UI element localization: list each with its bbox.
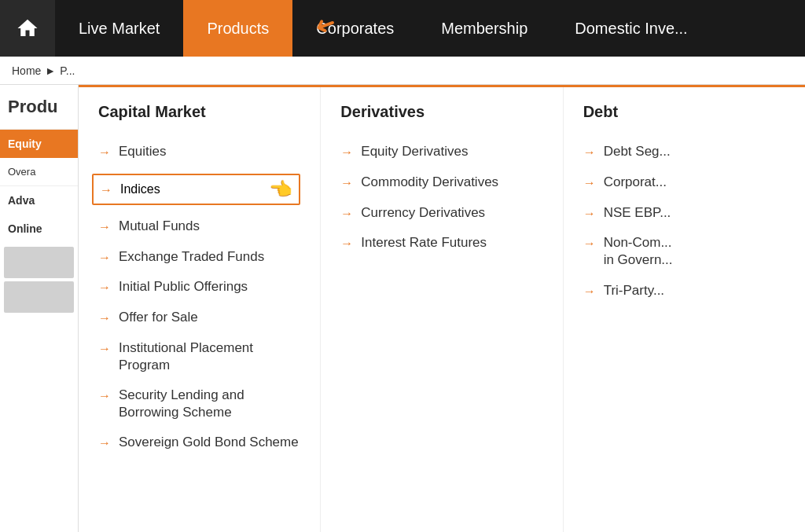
sidebar-online: Online [0,215,78,243]
arrow-icon: → [98,280,111,296]
arrow-icon: → [583,236,596,252]
arrow-icon: → [340,175,353,192]
arrow-icon: → [583,145,596,161]
menu-etf[interactable]: → Exchange Traded Funds [98,248,300,266]
breadcrumb-home[interactable]: Home [12,64,41,77]
menu-ipo[interactable]: → Initial Public Offerings [98,278,300,296]
dropdown-menu: Capital Market → Equities → Indices 👈 → … [79,85,805,532]
menu-interest-rate-futures[interactable]: → Interest Rate Futures [340,234,542,252]
sidebar-adva: Adva [0,186,78,215]
arrow-icon: → [98,145,111,161]
menu-currency-derivatives[interactable]: → Currency Derivatives [340,204,542,222]
nav-domestic-inve[interactable]: Domestic Inve... [551,0,711,57]
main-layout: Produ Equity Overa Adva Online Capital M… [0,85,805,532]
menu-sovereign-gold[interactable]: → Sovereign Gold Bond Scheme [98,434,300,452]
menu-commodity-derivatives[interactable]: → Commodity Derivatives [340,174,542,192]
derivatives-column: Derivatives → Equity Derivatives → Commo… [321,87,563,532]
sidebar-page-title: Produ [0,85,78,130]
breadcrumb-separator: ► [45,64,56,77]
breadcrumb-page: P... [60,64,75,77]
home-button[interactable] [0,0,55,57]
menu-equity-derivatives[interactable]: → Equity Derivatives [340,143,542,161]
arrow-icon: → [340,236,353,252]
debt-column: Debt → Debt Seg... → Corporat... → NSE E… [564,87,805,532]
arrow-icon: → [98,219,111,236]
arrow-icon: → [340,145,353,161]
menu-mutual-funds[interactable]: → Mutual Funds [98,218,300,236]
gray-block-2 [4,281,74,313]
menu-offer-for-sale[interactable]: → Offer for Sale [98,309,300,327]
nav-corporates[interactable]: Corporates [292,0,417,57]
arrow-icon: → [98,388,111,405]
nav-membership[interactable]: Membership [417,0,551,57]
arrow-icon: → [98,341,111,358]
arrow-icon: → [583,175,596,192]
arrow-icon: → [340,206,353,222]
menu-nse-ebp[interactable]: → NSE EBP... [583,204,785,222]
gray-block-1 [4,247,74,278]
left-sidebar: Produ Equity Overa Adva Online [0,85,79,532]
capital-market-header: Capital Market [98,103,300,127]
menu-corporate[interactable]: → Corporat... [583,174,785,192]
nav-live-market[interactable]: Live Market [55,0,183,57]
arrow-icon: → [98,250,111,266]
menu-non-com[interactable]: → Non-Com...in Govern... [583,234,785,269]
arrow-icon: → [100,183,112,197]
menu-institutional-placement[interactable]: → Institutional Placement Program [98,339,300,374]
arrow-icon: → [98,310,111,327]
menu-indices[interactable]: → Indices 👈 [92,174,300,205]
sidebar-gray-blocks [0,243,78,320]
thumbs-down-icon: 👈 [269,178,292,200]
nav-products[interactable]: Products ➜ [183,0,292,57]
arrow-icon: → [583,206,596,222]
menu-tri-party[interactable]: → Tri-Party... [583,282,785,300]
arrow-icon: → [583,284,596,300]
arrow-icon: → [98,435,111,452]
capital-market-column: Capital Market → Equities → Indices 👈 → … [79,87,321,532]
menu-equities[interactable]: → Equities [98,143,300,161]
menu-slbs[interactable]: → Security Lending and Borrowing Scheme [98,387,300,421]
debt-header: Debt [583,103,785,127]
sidebar-overa[interactable]: Overa [0,158,78,186]
menu-debt-seg[interactable]: → Debt Seg... [583,143,785,161]
nav-bar: Live Market Products ➜ Corporates Member… [0,0,805,57]
sidebar-equity[interactable]: Equity [0,130,78,158]
derivatives-header: Derivatives [340,103,542,127]
breadcrumb: Home ► P... [0,57,805,85]
